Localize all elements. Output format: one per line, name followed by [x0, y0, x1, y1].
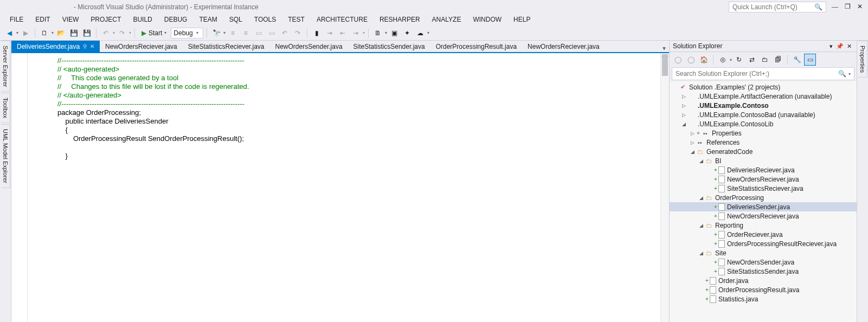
expand-icon[interactable]: ◢ — [698, 223, 704, 228]
scroll-thumb[interactable] — [662, 54, 668, 76]
forward-icon[interactable]: ◯ — [685, 54, 697, 66]
document-tab[interactable]: SiteStatisticsReciever.java — [183, 41, 270, 52]
tree-item[interactable]: ◢🗀OrderProcessing — [670, 193, 857, 202]
tree-item[interactable]: ▷.UMLExample.ContosoBad (unavailable) — [670, 110, 857, 119]
tree-item[interactable]: ◢.UMLExample.ContosoLib — [670, 119, 857, 128]
tree-item[interactable]: +NewOrdersReciever.java — [670, 175, 857, 184]
undo2-button[interactable]: ↶ — [279, 27, 291, 39]
nav-back-button[interactable]: ◀ — [3, 27, 15, 39]
redo2-button[interactable]: ↷ — [292, 27, 304, 39]
expand-icon[interactable]: ▷ — [689, 131, 696, 136]
tree-item[interactable]: +NewOrdersReciever.java — [670, 211, 857, 221]
vertical-scrollbar[interactable] — [660, 53, 669, 322]
uncomment-button[interactable]: ≡ — [240, 27, 252, 39]
solution-search[interactable]: 🔍 ▾ — [672, 67, 854, 80]
configuration-dropdown[interactable]: Debug ▾ — [171, 28, 203, 38]
expand-icon[interactable]: ◢ — [698, 158, 704, 164]
document-tab[interactable]: NewOrdersReciever.java — [522, 41, 605, 52]
expand-icon[interactable]: ◢ — [698, 250, 704, 256]
tree-item[interactable]: +OrderReciever.java — [670, 230, 857, 239]
tree-item[interactable]: +SiteStatisticsReciever.java — [670, 184, 857, 193]
close-button[interactable]: ✕ — [857, 3, 863, 11]
search-icon[interactable]: 🔍 — [814, 3, 822, 11]
quick-launch[interactable]: 🔍 — [729, 2, 826, 12]
restore-button[interactable]: ❐ — [845, 3, 851, 11]
tree-item[interactable]: +SiteStatisticsSender.java — [670, 267, 857, 276]
panel-pin-button[interactable]: 📌 — [834, 43, 845, 50]
menu-file[interactable]: FILE — [4, 15, 29, 24]
close-icon[interactable]: ✕ — [90, 43, 94, 49]
solution-search-input[interactable] — [676, 70, 838, 78]
tree-item[interactable]: ✔Solution .Examples' (2 projects) — [670, 82, 857, 92]
tool-tab-uml-model-explorer[interactable]: UML Model Explorer — [1, 124, 10, 188]
panel-close-button[interactable]: ✕ — [845, 43, 853, 50]
tree-item[interactable]: ◢🗀Reporting — [670, 221, 857, 230]
menu-test[interactable]: TEST — [282, 15, 310, 24]
find-button[interactable]: 🔭 — [210, 27, 222, 39]
tree-item[interactable]: ◢🗀BI — [670, 156, 857, 165]
menu-build[interactable]: BUILD — [127, 15, 157, 24]
start-debug-button[interactable]: ▶ Start ▾ — [138, 27, 170, 39]
menu-help[interactable]: HELP — [508, 15, 536, 24]
menu-architecture[interactable]: ARCHITECTURE — [311, 15, 373, 24]
step-button-4[interactable]: ⇥ — [350, 27, 362, 39]
undo-button[interactable]: ↶ — [100, 27, 112, 39]
extension-button-3[interactable]: ✦ — [401, 27, 413, 39]
tree-item[interactable]: ◢🗀GeneratedCode — [670, 147, 857, 156]
panel-dropdown-button[interactable]: ▾ — [828, 43, 834, 50]
step-button-1[interactable]: ▮ — [311, 27, 323, 39]
code-editor[interactable]: //--------------------------------------… — [28, 53, 660, 322]
step-button-3[interactable]: ⇤ — [337, 27, 349, 39]
menu-analyze[interactable]: ANALYZE — [427, 15, 467, 24]
tab-overflow-button[interactable]: ▾ — [659, 44, 669, 52]
expand-icon[interactable]: ▷ — [680, 103, 687, 108]
toolbar-icon[interactable]: ▭ — [266, 27, 278, 39]
tree-item[interactable]: ◢🗀Site — [670, 248, 857, 257]
refresh-icon[interactable]: ↻ — [733, 54, 745, 66]
new-project-button[interactable]: 🗋 — [38, 27, 50, 39]
show-all-icon[interactable]: 🗀 — [759, 54, 771, 66]
tree-item[interactable]: +DeliveriesSender.java — [670, 202, 857, 211]
tree-item[interactable]: +NewOrdersSender.java — [670, 257, 857, 267]
expand-icon[interactable]: ▷ — [689, 140, 696, 145]
back-icon[interactable]: ◯ — [672, 54, 684, 66]
expand-icon[interactable]: ◢ — [689, 149, 696, 154]
comment-button[interactable]: ≡ — [227, 27, 239, 39]
tree-item[interactable]: +OrdersProcessingResultReciever.java — [670, 239, 857, 248]
tree-item[interactable]: ▷.UMLExample.Contoso — [670, 101, 857, 110]
nav-forward-button[interactable]: ▶ — [20, 27, 31, 39]
open-file-button[interactable]: 📂 — [55, 27, 67, 39]
expand-icon[interactable]: ◢ — [698, 195, 704, 201]
expand-icon[interactable]: ▷ — [680, 112, 687, 118]
tool-tab-toolbox[interactable]: Toolbox — [1, 93, 10, 123]
menu-tools[interactable]: TOOLS — [249, 15, 281, 24]
properties-icon[interactable]: 🔧 — [791, 54, 803, 66]
document-tab[interactable]: DeliveriesSender.java⚲✕ — [11, 41, 100, 52]
document-tab[interactable]: NewOrdersSender.java — [270, 41, 348, 52]
menu-edit[interactable]: EDIT — [30, 15, 55, 24]
tree-item[interactable]: ▷.UMLExample.ArtifactGeneration (unavail… — [670, 92, 857, 101]
menu-resharper[interactable]: RESHARPER — [374, 15, 426, 24]
save-button[interactable]: 💾 — [68, 27, 80, 39]
menu-view[interactable]: VIEW — [57, 15, 85, 24]
menu-window[interactable]: WINDOW — [467, 15, 507, 24]
tool-tab-server-explorer[interactable]: Server Explorer — [1, 41, 10, 92]
pin-icon[interactable]: ⚲ — [83, 43, 87, 49]
search-icon[interactable]: 🔍 — [838, 70, 846, 78]
tree-item[interactable]: +OrderProcessingResult.java — [670, 285, 857, 294]
quick-launch-input[interactable] — [732, 3, 814, 11]
home-icon[interactable]: 🏠 — [698, 54, 710, 66]
menu-sql[interactable]: SQL — [224, 15, 248, 24]
expand-icon[interactable]: ▷ — [680, 94, 687, 99]
document-tab[interactable]: OrderProcessingResult.java — [430, 41, 522, 52]
document-tab[interactable]: SiteStatisticsSender.java — [348, 41, 430, 52]
menu-project[interactable]: PROJECT — [85, 15, 126, 24]
tree-item[interactable]: ▷▪▪References — [670, 138, 857, 147]
step-button-2[interactable]: ⇥ — [324, 27, 336, 39]
tool-tab-properties[interactable]: Properties — [858, 41, 867, 78]
document-tab[interactable]: NewOrdersReciever.java — [100, 41, 183, 52]
minimize-button[interactable]: — — [832, 3, 838, 11]
tree-item[interactable]: +Order.java — [670, 276, 857, 285]
tree-item[interactable]: +DeliveriesReciever.java — [670, 165, 857, 175]
expand-icon[interactable]: ◢ — [680, 121, 687, 127]
